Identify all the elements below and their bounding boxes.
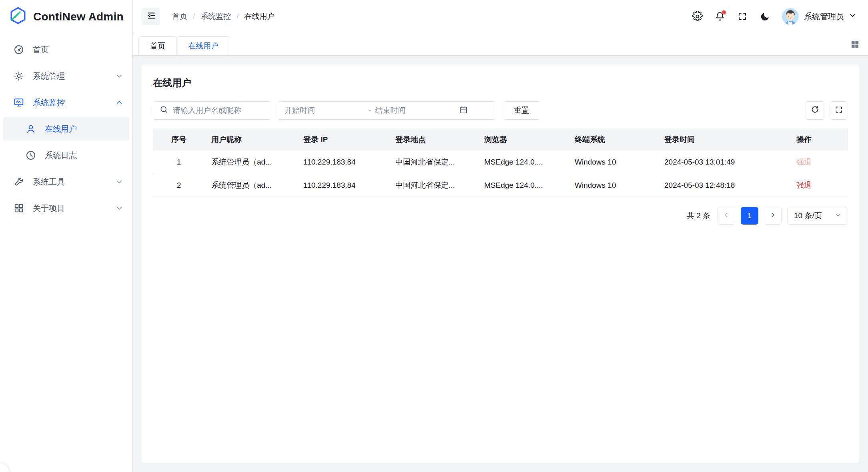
chevron-down-icon — [116, 178, 123, 185]
sidebar-item-label: 首页 — [33, 44, 49, 55]
breadcrumb-separator: / — [193, 12, 195, 21]
reset-button[interactable]: 重置 — [503, 101, 540, 120]
tab-label: 在线用户 — [188, 41, 219, 51]
chevron-up-icon — [116, 99, 123, 106]
pagination-next-button[interactable] — [764, 207, 782, 225]
sidebar-item-label: 关于项目 — [33, 203, 65, 214]
calendar-icon — [459, 105, 468, 116]
column-header-ip: 登录 IP — [297, 129, 389, 151]
cell-os: Windows 10 — [568, 174, 658, 197]
sidebar-item-system-log[interactable]: 系统日志 — [3, 144, 129, 167]
cell-ip: 110.229.183.84 — [297, 151, 389, 174]
user-name: 系统管理员 — [804, 11, 844, 22]
pagination-page-1[interactable]: 1 — [741, 207, 758, 225]
sidebar-item-system-tools[interactable]: 系统工具 — [3, 170, 129, 193]
expand-icon — [835, 106, 843, 116]
sidebar-item-online-users[interactable]: 在线用户 — [3, 117, 129, 141]
sidebar-item-system-monitor[interactable]: 系统监控 — [3, 91, 129, 114]
avatar — [782, 8, 799, 25]
sidebar-item-home[interactable]: 首页 — [3, 38, 129, 61]
sidebar-item-label: 系统日志 — [45, 150, 77, 161]
sidebar-item-system-management[interactable]: 系统管理 — [3, 64, 129, 88]
search-field[interactable] — [153, 101, 271, 120]
chevron-down-icon — [116, 205, 123, 212]
cell-browser: MSEdge 124.0.... — [478, 151, 568, 174]
tab-grid-icon[interactable] — [850, 39, 860, 50]
notification-bell-icon[interactable] — [715, 11, 725, 22]
column-header-os: 终端系统 — [568, 129, 658, 151]
table-row: 1 系统管理员（ad... 110.229.183.84 中国河北省保定... … — [153, 151, 848, 174]
settings-gear-icon[interactable] — [692, 11, 703, 22]
brand[interactable]: ContiNew Admin — [0, 0, 132, 33]
cell-index: 2 — [153, 174, 205, 197]
pagination-prev-button[interactable] — [718, 207, 735, 225]
online-users-card: 在线用户 - — [142, 64, 859, 463]
page-size-select[interactable]: 10 条/页 — [787, 207, 848, 225]
user-menu[interactable]: 系统管理员 — [782, 8, 856, 25]
date-start-input[interactable] — [285, 106, 365, 115]
app-root: ContiNew Admin 首页 系统管理 — [0, 0, 868, 472]
force-logout-link[interactable]: 强退 — [796, 181, 812, 189]
cell-login-time: 2024-05-03 12:48:18 — [658, 174, 790, 197]
content-area: 在线用户 - — [133, 56, 868, 472]
tab-home[interactable]: 首页 — [138, 36, 177, 55]
sidebar-item-label: 在线用户 — [45, 124, 77, 135]
refresh-icon — [811, 105, 819, 116]
column-header-browser: 浏览器 — [478, 129, 568, 151]
date-end-input[interactable] — [375, 106, 455, 115]
online-users-table: 序号 用户昵称 登录 IP 登录地点 浏览器 终端系统 登录时间 操作 1 — [153, 129, 848, 197]
date-range-separator: - — [369, 106, 371, 115]
filter-row: - 重置 — [153, 101, 848, 120]
tabbar: 首页 在线用户 — [133, 33, 868, 56]
cell-index: 1 — [153, 151, 205, 174]
refresh-button[interactable] — [806, 101, 824, 120]
grid-icon — [14, 203, 24, 213]
chevron-down-icon — [116, 72, 123, 80]
cell-os: Windows 10 — [568, 151, 658, 174]
breadcrumb-item[interactable]: 首页 — [172, 11, 187, 22]
gear-icon — [14, 71, 24, 81]
sidebar-menu: 首页 系统管理 — [0, 33, 132, 220]
page-title: 在线用户 — [153, 76, 848, 89]
date-range-field[interactable]: - — [278, 101, 496, 120]
cell-ip: 110.229.183.84 — [297, 174, 389, 197]
clock-icon — [26, 150, 36, 161]
fullscreen-icon[interactable] — [737, 11, 748, 22]
sidebar: ContiNew Admin 首页 系统管理 — [0, 0, 133, 472]
notification-badge — [722, 10, 726, 14]
sidebar-item-label: 系统管理 — [33, 71, 65, 82]
search-icon — [160, 105, 168, 116]
topbar-actions: 系统管理员 — [692, 8, 856, 25]
column-header-location: 登录地点 — [389, 129, 478, 151]
column-header-index: 序号 — [153, 129, 205, 151]
breadcrumb-item-current: 在线用户 — [245, 11, 275, 22]
sidebar-item-label: 系统工具 — [33, 177, 65, 187]
brand-title: ContiNew Admin — [33, 10, 124, 23]
sidebar-item-label: 系统监控 — [33, 97, 65, 108]
cell-browser: MSEdge 124.0.... — [478, 174, 568, 197]
settings-drawer-handle[interactable] — [0, 463, 9, 472]
column-header-login-time: 登录时间 — [658, 129, 790, 151]
main-column: 首页 / 系统监控 / 在线用户 — [133, 0, 868, 472]
sidebar-item-about-project[interactable]: 关于项目 — [3, 197, 129, 220]
sidebar-collapse-button[interactable] — [142, 8, 160, 25]
cell-location: 中国河北省保定... — [389, 174, 478, 197]
cell-login-time: 2024-05-03 13:01:49 — [658, 151, 790, 174]
dashboard-icon — [14, 44, 24, 55]
breadcrumb: 首页 / 系统监控 / 在线用户 — [172, 11, 275, 22]
breadcrumb-item[interactable]: 系统监控 — [200, 11, 231, 22]
table-fullscreen-button[interactable] — [830, 101, 848, 120]
pagination-total: 共 2 条 — [687, 211, 710, 221]
search-input[interactable] — [173, 106, 265, 115]
monitor-icon — [14, 97, 24, 108]
chevron-left-icon — [723, 211, 730, 220]
wrench-icon — [14, 177, 24, 187]
user-icon — [26, 124, 36, 134]
tab-online-users[interactable]: 在线用户 — [176, 36, 230, 55]
menu-fold-icon — [146, 11, 156, 22]
dark-mode-moon-icon[interactable] — [760, 11, 770, 22]
cell-nickname: 系统管理员（ad... — [205, 151, 297, 174]
brand-logo-icon — [9, 6, 27, 27]
table-row: 2 系统管理员（ad... 110.229.183.84 中国河北省保定... … — [153, 174, 848, 197]
pagination: 共 2 条 1 10 条/页 — [153, 207, 848, 225]
